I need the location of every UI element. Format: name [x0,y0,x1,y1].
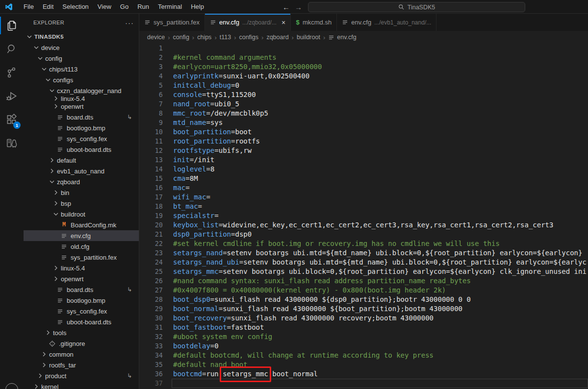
breadcrumb-item-buildroot[interactable]: buildroot [297,34,320,41]
tree-item--gitignore[interactable]: .gitignore [24,338,139,349]
code-line-9[interactable]: 9mtd_name=sys [139,118,588,127]
tree-item-openwrt[interactable]: openwrt [24,101,139,112]
account-icon[interactable] [5,383,18,389]
tree-item-bin[interactable]: bin [24,187,139,198]
tab-env-cfg[interactable]: env.cfg.../evb1_auto_nand/... [337,14,436,31]
tree-item-linux-5-4[interactable]: linux-5.4 [24,263,139,273]
activity-search-button[interactable] [0,37,24,61]
breadcrumb-item-config[interactable]: config [173,34,189,41]
tab-env-cfg[interactable]: env.cfg.../zqboard/...× [205,14,291,31]
code-line-16[interactable]: 16mac= [139,183,588,193]
code-line-11[interactable]: 11root_partition=rootfs [139,137,588,146]
close-icon[interactable]: × [281,19,285,26]
tab-sys-partition-fex[interactable]: sys_partition.fex [139,14,205,31]
menu-help[interactable]: Help [186,1,208,12]
tree-item-common[interactable]: common [24,349,139,360]
tab-mkcmd-sh[interactable]: $mkcmd.sh [291,14,337,31]
code-line-37[interactable]: 37 [139,379,588,388]
tree-item-chips-t113[interactable]: chips/t113 [24,64,139,74]
activity-source-control-button[interactable] [0,61,24,84]
code-line-26[interactable]: 26#nand command syntax: sunxi_flash read… [139,276,588,286]
code-line-5[interactable]: 5initcall_debug=0 [139,81,588,90]
code-line-15[interactable]: 15cma=8M [139,174,588,183]
tree-item-configs[interactable]: configs [24,74,139,85]
activity-run-debug-button[interactable] [0,84,24,108]
code-line-10[interactable]: 10boot_partition=boot [139,127,588,137]
code-line-12[interactable]: 12rootfstype=ubifs,rw [139,146,588,155]
code-line-14[interactable]: 14loglevel=8 [139,165,588,174]
tree-item-uboot-board-dts[interactable]: uboot-board.dts [24,316,139,327]
nav-forward-button[interactable]: → [295,3,302,11]
code-line-19[interactable]: 19specialstr= [139,211,588,220]
code-line-3[interactable]: 3#earlycon=uart8250,mmio32,0x05000000 [139,62,588,72]
menu-go[interactable]: Go [116,1,133,12]
menu-edit[interactable]: Edit [38,1,58,12]
tree-item-product[interactable]: product↳ [24,370,139,381]
code-line-8[interactable]: 8mmc_root=/dev/mmcblk0p5 [139,109,588,118]
tree-item-board-dts[interactable]: board.dts↳ [24,112,139,122]
tree-item-openwrt[interactable]: openwrt [24,273,139,284]
code-line-27[interactable]: 27#0x4007f800 = 0x40080000(kernel entry)… [139,286,588,295]
code-line-33[interactable]: 33bootdelay=0 [139,341,588,351]
code-line-30[interactable]: 30boot_recovery=sunxi_flash read 4300000… [139,314,588,323]
breadcrumb-item-chips[interactable]: chips [197,34,211,41]
command-center-search[interactable]: TinaSDK5 [308,2,525,12]
code-line-25[interactable]: 25setargs_mmc=setenv bootargs ubi.block=… [139,267,588,276]
tree-item-device[interactable]: device [24,42,139,53]
tree-item-rootfs-tar[interactable]: rootfs_tar [24,360,139,370]
tree-item-boardconfig-mk[interactable]: MBoardConfig.mk [24,219,139,230]
tree-item-bootlogo-bmp[interactable]: bootlogo.bmp [24,122,139,133]
code-line-28[interactable]: 28boot_dsp0=sunxi_flash read 43000000 ${… [139,295,588,304]
activity-embedded-linux-button[interactable] [0,131,24,155]
tree-item-buildroot[interactable]: buildroot [24,209,139,219]
explorer-more-actions-button[interactable]: ··· [125,19,134,27]
tree-item-zqboard[interactable]: zqboard [24,176,139,187]
code-line-13[interactable]: 13init=/init [139,155,588,165]
breadcrumb-item-zqboard[interactable]: zqboard [266,34,288,41]
tree-item-env-cfg[interactable]: env.cfg [24,230,139,241]
code-line-36[interactable]: 36bootcmd=run setargs_mmc boot_normal [139,369,588,379]
code-line-24[interactable]: 24setargs_nand_ubi=setenv bootargs ubi.m… [139,258,588,267]
code-editor[interactable]: 12#kernel command arguments3#earlycon=ua… [139,44,588,389]
activity-explorer-button[interactable] [0,14,24,37]
code-line-18[interactable]: 18bt_mac= [139,202,588,211]
breadcrumb-item-configs[interactable]: configs [239,34,258,41]
code-line-23[interactable]: 23setargs_nand=setenv bootargs ubi.mtd=$… [139,248,588,258]
menu-selection[interactable]: Selection [58,1,93,12]
code-line-22[interactable]: 22#set kernel cmdline if boot.img or rec… [139,239,588,248]
code-line-32[interactable]: 32#uboot system env config [139,332,588,341]
code-line-4[interactable]: 4earlyprintk=sunxi-uart,0x02500400 [139,72,588,81]
tree-item-kernel[interactable]: kernel [24,381,139,389]
tree-item-bsp[interactable]: bsp [24,198,139,209]
activity-extensions-button[interactable]: 1 [0,108,24,131]
code-line-35[interactable]: 35#default nand boot [139,360,588,369]
breadcrumb-item-file[interactable]: env.cfg [328,34,356,41]
code-line-31[interactable]: 31boot_fastboot=fastboot [139,323,588,332]
code-line-1[interactable]: 1 [139,44,588,53]
tree-item-board-dts[interactable]: board.dts↳ [24,284,139,295]
tree-item-default[interactable]: default [24,155,139,166]
tree-item-tools[interactable]: tools [24,327,139,338]
code-line-20[interactable]: 20keybox_list=widevine,ec_key,ec_cert1,e… [139,220,588,230]
tree-item-sys-partition-fex[interactable]: sys_partition.fex [24,252,139,263]
tree-item-linux-5-4[interactable]: linux-5.4 [24,96,139,101]
tree-item-old-cfg[interactable]: old.cfg [24,241,139,252]
tree-item-cxzn-datalogger-nand[interactable]: cxzn_datalogger_nand [24,85,139,96]
tree-item-config[interactable]: config [24,53,139,64]
menu-view[interactable]: View [93,1,116,12]
tree-item-evb1-auto-nand[interactable]: evb1_auto_nand [24,166,139,176]
tree-item-sys-config-fex[interactable]: sys_config.fex [24,133,139,144]
tree-item-uboot-board-dts[interactable]: uboot-board.dts [24,144,139,155]
menu-file[interactable]: File [19,1,38,12]
code-line-7[interactable]: 7nand_root=ubi0_5 [139,99,588,109]
code-line-29[interactable]: 29boot_normal=sunxi_flash read 43000000 … [139,304,588,314]
tree-item-tinasdk5[interactable]: TINASDK5 [24,31,139,42]
menu-terminal[interactable]: Terminal [153,1,186,12]
code-line-2[interactable]: 2#kernel command arguments [139,53,588,62]
code-line-34[interactable]: 34#default bootcmd, will change at runti… [139,351,588,360]
code-line-17[interactable]: 17wifi_mac= [139,193,588,202]
breadcrumb-item-t113[interactable]: t113 [220,34,231,41]
code-line-6[interactable]: 6console=ttyS1,115200 [139,90,588,99]
code-line-21[interactable]: 21dsp0_partition=dsp0 [139,230,588,239]
menu-run[interactable]: Run [133,1,153,12]
